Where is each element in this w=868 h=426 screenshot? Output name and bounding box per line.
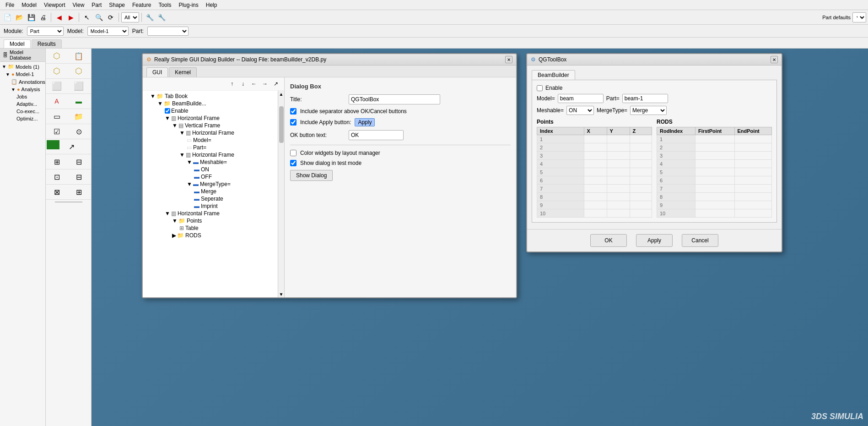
tree-down-btn[interactable]: ↓ [238,79,248,88]
scroll-up[interactable]: ▲ [278,91,285,97]
color-checkbox[interactable] [290,150,297,156]
print-btn[interactable]: 🖨 [38,12,49,23]
qgt-model-input[interactable] [558,94,604,103]
module-select[interactable]: Part [27,27,64,36]
tree-optim[interactable]: Optimiz... [0,115,45,122]
include-apply-checkbox[interactable] [290,119,297,126]
menu-tools[interactable]: Tools [155,1,175,9]
qgt-apply-button[interactable]: Apply [636,234,673,247]
view1-btn[interactable]: 🔧 [144,12,155,23]
sidebar-icon-4[interactable]: ⬡ [68,64,90,78]
undo-btn[interactable]: ◀ [54,12,65,23]
tree-item-rods[interactable]: ▶ 📁 RODS [143,232,278,239]
sidebar-icon-19[interactable]: ⊠ [46,185,68,199]
menu-part[interactable]: Part [88,1,105,9]
qgt-enable-checkbox[interactable] [537,85,543,91]
include-sep-checkbox[interactable] [290,108,297,115]
show-dialog-checkbox[interactable] [290,160,297,166]
part-defaults-select[interactable]: ▼ [852,12,866,22]
tree-item-meshable[interactable]: ▼ ▬ Meshable= [143,158,278,166]
tree-item-hframe3[interactable]: ▼ ▥ Horizontal Frame [143,151,278,158]
tree-item-vframe[interactable]: ▼ ▤ Vertical Frame [143,122,278,129]
tree-promote-btn[interactable]: ↗ [271,79,280,88]
qgt-meshable-select[interactable]: ON OFF [566,106,594,115]
dialog-tab-kernel[interactable]: Kernel [169,67,197,77]
sidebar-icon-16[interactable]: ⊟ [68,154,90,169]
menu-help[interactable]: Help [202,1,221,9]
sidebar-icon-7[interactable]: A [46,94,68,109]
menu-feature[interactable]: Feature [129,1,155,9]
dialog-builder-close[interactable]: ✕ [505,56,512,63]
sidebar-icon-9[interactable]: ▭ [46,109,68,124]
scroll-down[interactable]: ▼ [278,291,285,297]
save-btn[interactable]: 💾 [26,12,37,23]
tree-left-btn[interactable]: ← [249,79,259,88]
sidebar-icon-20[interactable]: ⊞ [68,185,90,199]
qgtoolbox-close[interactable]: ✕ [771,56,778,63]
qgt-ok-button[interactable]: OK [590,234,627,247]
tree-adaptive[interactable]: Adaptiv... [0,100,45,108]
sidebar-icon-14[interactable]: ↗ [60,139,82,154]
tree-models[interactable]: ▼ 📁 Models (1) [0,63,45,71]
sidebar-icon-5[interactable]: ⬜ [46,79,68,93]
tree-item-on[interactable]: ▬ ON [143,166,278,173]
menu-plugins[interactable]: Plug-ins [175,1,202,9]
sidebar-icon-17[interactable]: ⊡ [46,169,68,184]
menu-viewport[interactable]: Viewport [40,1,69,9]
rotate-btn[interactable]: ⟳ [105,12,116,23]
tree-model1[interactable]: ▼ ● Model-1 [0,71,45,78]
qgtoolbox-tab-beambuilder[interactable]: BeamBuilder [532,70,575,80]
tree-item-enable[interactable]: Enable [143,107,278,115]
sidebar-icon-8[interactable]: ▬ [68,94,90,109]
props-ok-input[interactable] [349,130,404,140]
tree-up-btn[interactable]: ↑ [227,79,237,88]
redo-btn[interactable]: ▶ [65,12,76,23]
tab-model[interactable]: Model [4,39,31,48]
open-btn[interactable]: 📂 [14,12,25,23]
sidebar-icon-1[interactable]: ⬡ [46,49,68,63]
menu-shape[interactable]: Shape [105,1,129,9]
sidebar-icon-11[interactable]: ☑ [46,124,68,139]
sidebar-icon-12[interactable]: ⊙ [68,124,90,139]
model-select[interactable]: Model-1 [87,27,129,36]
enable-checkbox[interactable] [165,108,170,114]
dialog-tab-gui[interactable]: GUI [146,67,168,77]
sidebar-icon-3[interactable]: ⬡ [46,64,68,78]
display-select[interactable]: All [121,12,139,22]
sidebar-icon-13[interactable] [47,140,59,149]
show-dialog-button[interactable]: Show Dialog [290,170,333,181]
new-file-btn[interactable]: 📄 [2,12,13,23]
qgt-mergetype-select[interactable]: Merge Seperate Imprint [630,106,667,115]
zoom-btn[interactable]: 🔍 [93,12,104,23]
sidebar-icon-6[interactable]: ⬜ [68,79,90,93]
tree-item-part[interactable]: ▭ Part= [143,144,278,151]
select-btn[interactable]: ↖ [81,12,92,23]
sidebar-icon-2[interactable]: 📋 [68,49,90,63]
tree-scrollbar[interactable]: ▲ ▼ [278,91,284,297]
tree-item-hframe4[interactable]: ▼ ▥ Horizontal Frame [143,210,278,217]
part-select[interactable] [147,27,189,36]
view2-btn[interactable]: 🔧 [156,12,167,23]
tree-item-table[interactable]: ⊞ Table [143,224,278,232]
tree-item-points[interactable]: ▼ 📁 Points [143,217,278,224]
tree-item-seperate[interactable]: ▬ Seperate [143,195,278,202]
tree-item-off[interactable]: ▬ OFF [143,173,278,180]
tree-item-mergetype[interactable]: ▼ ▬ MergeType= [143,180,278,188]
menu-file[interactable]: File [2,1,18,9]
qgt-cancel-button[interactable]: Cancel [682,234,718,247]
tree-coexec[interactable]: Co-exec... [0,108,45,115]
tab-results[interactable]: Results [32,39,62,48]
tree-item-tabbook[interactable]: ▼ 📁 Tab Book [143,93,278,100]
tree-item-beambuilder[interactable]: ▼ 📁 BeamBuilde... [143,100,278,107]
sidebar-icon-10[interactable]: 📁 [68,109,90,124]
tree-annotations[interactable]: 📋 Annotations [0,78,45,86]
sidebar-icon-15[interactable]: ⊞ [46,154,68,169]
tree-item-model[interactable]: ▭ Model= [143,137,278,144]
tree-jobs[interactable]: Jobs [0,93,45,100]
props-title-input[interactable] [349,94,440,104]
tree-right-btn[interactable]: → [260,79,270,88]
menu-model[interactable]: Model [18,1,40,9]
tree-item-imprint[interactable]: ▬ Imprint [143,202,278,210]
tree-item-hframe1[interactable]: ▼ ▥ Horizontal Frame [143,115,278,122]
tree-item-merge[interactable]: ▬ Merge [143,188,278,195]
